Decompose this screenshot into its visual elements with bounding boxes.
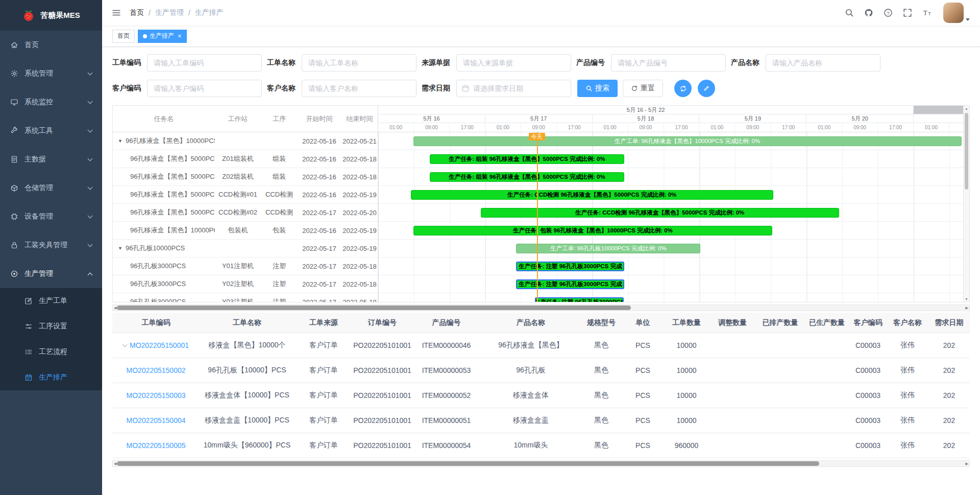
- sync-button[interactable]: [674, 80, 692, 97]
- order-code-link[interactable]: MO202205150001: [130, 341, 189, 349]
- sidebar-item-equipment[interactable]: 设备管理: [0, 202, 102, 231]
- gantt-task-row[interactable]: 96孔孔板3000PCSY03注塑机注塑2022-05-172022-05-18: [113, 293, 378, 302]
- gantt-chart-row[interactable]: 生产任务: 组装 96孔移液盒【黑色】5000PCS 完成比例: 0%: [378, 168, 963, 186]
- tab-home[interactable]: 首页: [112, 30, 135, 43]
- filter-input[interactable]: [611, 54, 726, 72]
- gantt-bar[interactable]: 生产任务: 注塑 96孔孔板3000PCS: [535, 297, 624, 302]
- gantt-horizontal-scrollbar[interactable]: ◀ ▶: [112, 304, 970, 311]
- task-name: 96孔移液盒【黑色】10000PCS: [126, 136, 215, 146]
- sidebar-subitem-process-settings[interactable]: 工序设置: [0, 314, 102, 339]
- timeline-tick-cell: 01:00: [378, 123, 414, 132]
- gantt-bar[interactable]: 生产任务: 组装 96孔移液盒【黑色】5000PCS 完成比例: 0%: [430, 154, 625, 164]
- close-icon[interactable]: ×: [178, 33, 182, 39]
- scroll-left-icon[interactable]: ◀: [114, 461, 116, 466]
- orders-horizontal-scrollbar[interactable]: ◀ ▶: [112, 460, 970, 467]
- gantt-chart-row[interactable]: 生产任务: 注塑 96孔孔板3000PCS: [378, 293, 963, 302]
- help-icon[interactable]: ?: [882, 7, 894, 19]
- gantt-chart-row[interactable]: 生产任务: CCD检测 96孔移液盒【黑色】5000PCS 完成比例: 0%: [378, 204, 963, 222]
- sidebar-item-system-admin[interactable]: 系统管理: [0, 59, 102, 88]
- breadcrumb-home[interactable]: 首页: [130, 8, 144, 17]
- gantt-chart-row[interactable]: 生产任务: 注塑 96孔孔板3000PCS 完成: [378, 257, 963, 275]
- task-end: 2022-05-19: [341, 227, 378, 234]
- gantt-vertical-scrollbar[interactable]: ▲ ▼: [963, 106, 969, 302]
- pen-icon: [703, 85, 710, 92]
- order-code-link[interactable]: MO202205150004: [127, 416, 186, 425]
- reset-button[interactable]: 重置: [623, 80, 663, 97]
- sidebar-item-master-data[interactable]: 主数据: [0, 145, 102, 174]
- filter-input[interactable]: [147, 80, 262, 97]
- sidebar-item-system-tools[interactable]: 系统工具: [0, 116, 102, 145]
- gantt-bar[interactable]: 生产任务: 注塑 96孔孔板3000PCS 完成: [516, 262, 624, 271]
- scrollbar-thumb[interactable]: [117, 305, 631, 310]
- task-station: Y03注塑机: [215, 297, 261, 302]
- gantt-task-row[interactable]: 96孔孔板3000PCSY02注塑机注塑2022-05-172022-05-18: [113, 275, 378, 293]
- breadcrumb-separator: /: [188, 9, 190, 17]
- gantt-task-row[interactable]: ▼96孔孔板10000PCS2022-05-172022-05-19: [113, 240, 378, 257]
- filter-label: 工单编码: [112, 58, 141, 67]
- gantt-task-row[interactable]: 96孔孔板3000PCSY01注塑机注塑2022-05-172022-05-18: [113, 257, 378, 275]
- scroll-up-icon[interactable]: ▲: [964, 107, 969, 110]
- gantt-bar[interactable]: 生产任务: 包装 96孔移液盒【黑色】10000PCS 完成比例: 0%: [413, 226, 773, 235]
- filter-input[interactable]: [456, 54, 571, 72]
- scroll-right-icon[interactable]: ▶: [966, 461, 968, 466]
- collapse-triangle-icon[interactable]: ▼: [118, 246, 122, 251]
- order-row[interactable]: MO20220515000296孔孔板【10000】PCS客户订单PO20220…: [112, 358, 970, 383]
- order-row[interactable]: MO202205150004移液盒盒盖【10000】PCS客户订单PO20220…: [112, 408, 970, 433]
- gantt-bar[interactable]: 生产工单: 96孔孔板10000PCS 完成比例: 0%: [516, 244, 700, 253]
- date-input[interactable]: [456, 80, 571, 97]
- gantt-chart-row[interactable]: 生产任务: CCD检测 96孔移液盒【黑色】5000PCS 完成比例: 0%: [378, 186, 963, 204]
- sidebar-toggle-icon[interactable]: [110, 7, 122, 19]
- search-icon[interactable]: [843, 7, 855, 19]
- order-code-link[interactable]: MO202205150002: [127, 366, 186, 374]
- sidebar-subitem-craft-flow[interactable]: 工艺流程: [0, 339, 102, 365]
- order-row[interactable]: MO20220515000510mm吸头【960000】PCS客户订单PO202…: [112, 433, 970, 458]
- gantt-task-row[interactable]: 96孔移液盒【黑色】10000PCS包装机包装2022-05-162022-05…: [113, 222, 378, 240]
- sidebar-item-system-monitor[interactable]: 系统监控: [0, 88, 102, 116]
- edit-button[interactable]: [698, 80, 715, 97]
- sidebar-subitem-production-schedule[interactable]: 生产排产: [0, 365, 102, 390]
- gantt-bar[interactable]: 生产任务: 注塑 96孔孔板3000PCS 完成: [516, 279, 624, 289]
- gantt-bar[interactable]: 生产任务: 组装 96孔移液盒【黑色】5000PCS 完成比例: 0%: [430, 172, 625, 182]
- sidebar-item-production[interactable]: 生产管理: [0, 260, 102, 288]
- collapse-triangle-icon[interactable]: ▼: [118, 138, 122, 144]
- gantt-task-row[interactable]: ▼96孔移液盒【黑色】10000PCS2022-05-162022-05-21: [113, 132, 378, 150]
- gantt-bar[interactable]: 生产任务: CCD检测 96孔移液盒【黑色】5000PCS 完成比例: 0%: [481, 208, 839, 218]
- order-row[interactable]: MO202205150003移液盒盒体【10000】PCS客户订单PO20220…: [112, 383, 970, 408]
- scrollbar-thumb[interactable]: [965, 113, 968, 190]
- scrollbar-thumb[interactable]: [117, 461, 819, 466]
- gantt-chart-row[interactable]: 生产任务: 组装 96孔移液盒【黑色】5000PCS 完成比例: 0%: [378, 150, 963, 168]
- sidebar-subitem-work-order[interactable]: 生产工单: [0, 288, 102, 314]
- scroll-down-icon[interactable]: ▼: [964, 297, 969, 301]
- filter-input[interactable]: [302, 54, 416, 72]
- gantt-task-row[interactable]: 96孔移液盒【黑色】5000PCSCCD检测#01CCD检测2022-05-16…: [113, 186, 378, 204]
- gantt-bar[interactable]: 生产任务: CCD检测 96孔移液盒【黑色】5000PCS 完成比例: 0%: [411, 190, 773, 200]
- order-code-link[interactable]: MO202205150005: [127, 441, 186, 450]
- filter-input[interactable]: [766, 54, 880, 72]
- gantt-chart-row[interactable]: 生产工单: 96孔孔板10000PCS 完成比例: 0%: [378, 240, 963, 257]
- fullscreen-icon[interactable]: [901, 7, 914, 19]
- sidebar-item-fixture[interactable]: 工装夹具管理: [0, 231, 102, 260]
- search-button[interactable]: 搜索: [577, 80, 618, 97]
- task-process: 组装: [261, 154, 298, 163]
- scroll-right-icon[interactable]: ▶: [966, 305, 968, 311]
- tab-production-schedule[interactable]: 生产排产 ×: [138, 30, 187, 43]
- gantt-task-row[interactable]: 96孔移液盒【黑色】5000PCSZ02组装机组装2022-05-162022-…: [113, 168, 378, 186]
- gantt-task-row[interactable]: 96孔移液盒【黑色】5000PCSCCD检测#02CCD检测2022-05-17…: [113, 204, 378, 222]
- order-row[interactable]: MO202205150001移液盒【黑色】10000个客户订单PO2022051…: [112, 333, 970, 358]
- gantt-task-row[interactable]: 96孔移液盒【黑色】5000PCSZ01组装机组装2022-05-162022-…: [113, 150, 378, 168]
- sidebar-item-warehouse[interactable]: 仓储管理: [0, 174, 102, 202]
- gantt-bar[interactable]: 生产工单: 96孔移液盒【黑色】10000PCS 完成比例: 0%: [413, 136, 962, 146]
- filter-input[interactable]: [147, 54, 262, 72]
- filter-input[interactable]: [302, 80, 416, 97]
- github-icon[interactable]: [863, 7, 875, 19]
- gantt-chart-row[interactable]: 生产任务: 包装 96孔移液盒【黑色】10000PCS 完成比例: 0%: [378, 222, 963, 240]
- app-logo[interactable]: 苦糖果MES: [0, 0, 102, 31]
- expand-chevron-icon[interactable]: [122, 342, 128, 347]
- gantt-chart-row[interactable]: 生产工单: 96孔移液盒【黑色】10000PCS 完成比例: 0%: [378, 132, 963, 150]
- gantt-chart-row[interactable]: 生产任务: 注塑 96孔孔板3000PCS 完成: [378, 275, 963, 293]
- scroll-left-icon[interactable]: ◀: [114, 305, 116, 311]
- font-size-icon[interactable]: TT: [921, 7, 933, 19]
- order-code-link[interactable]: MO202205150003: [127, 391, 186, 399]
- sidebar-item-home[interactable]: 首页: [0, 31, 102, 59]
- user-avatar[interactable]: [943, 3, 970, 23]
